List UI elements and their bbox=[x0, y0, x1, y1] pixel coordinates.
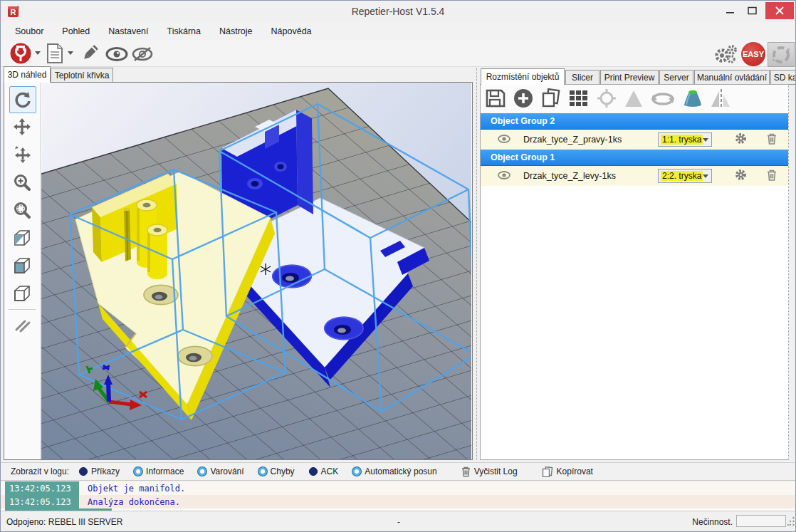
log-row: 13:42:05.123 Objekt je manifold. bbox=[1, 481, 795, 495]
object-toolbar bbox=[481, 85, 788, 113]
log-timestamp: 13:42:05.123 bbox=[5, 495, 79, 508]
zoom-fit-button[interactable] bbox=[9, 197, 35, 223]
toggle-commands[interactable]: Příkazy bbox=[79, 466, 120, 476]
load-dropdown-arrow-icon[interactable] bbox=[68, 51, 73, 55]
resize-grip[interactable] bbox=[787, 516, 795, 531]
clear-log-button[interactable]: Vyčistit Log bbox=[461, 466, 518, 477]
drop-object-button[interactable] bbox=[682, 88, 703, 111]
app-window: R Repetier-Host V1.5.4 Soubor Pohled Nas… bbox=[0, 0, 796, 532]
front-view-button[interactable] bbox=[9, 253, 35, 278]
log-filter-label: Zobrazit v logu: bbox=[11, 466, 69, 476]
group-header[interactable]: Object Group 2 bbox=[481, 113, 788, 130]
extruder-select[interactable]: 1:1. tryska bbox=[658, 132, 712, 147]
object-settings-button[interactable] bbox=[735, 169, 747, 183]
radio-icon bbox=[79, 467, 88, 476]
tab-print-preview[interactable]: Print Preview bbox=[600, 70, 659, 85]
progress-bar bbox=[736, 515, 786, 527]
main-toolbar: EASY bbox=[1, 41, 795, 67]
edit-button[interactable] bbox=[79, 43, 100, 66]
printer-state: Nečinnost. bbox=[620, 517, 733, 527]
radio-icon bbox=[134, 467, 142, 476]
status-bar: Odpojeno: REBEL III SERVER - Nečinnost. bbox=[1, 511, 795, 532]
show-filament-button[interactable] bbox=[105, 46, 129, 64]
menu-nastaveni[interactable]: Nastavení bbox=[108, 26, 148, 36]
save-object-button[interactable] bbox=[485, 88, 506, 111]
maximize-button[interactable] bbox=[743, 4, 761, 18]
radio-icon bbox=[258, 467, 267, 476]
3d-scene bbox=[41, 83, 471, 459]
title-bar: R Repetier-Host V1.5.4 bbox=[1, 1, 795, 22]
move-object-button[interactable] bbox=[9, 142, 35, 167]
tab-temperature-curve[interactable]: Teplotní křivka bbox=[51, 68, 113, 83]
chevron-down-icon bbox=[703, 174, 708, 178]
isometric-view-button[interactable] bbox=[9, 225, 35, 251]
tab-3d-view[interactable]: 3D náhled bbox=[4, 66, 51, 83]
add-object-button[interactable] bbox=[513, 88, 534, 111]
object-name: Drzak_tyce_Z_pravy-1ks bbox=[523, 135, 658, 145]
toolbar-separator bbox=[9, 309, 36, 310]
object-settings-button[interactable] bbox=[735, 132, 747, 147]
copy-object-button[interactable] bbox=[540, 88, 562, 111]
3d-canvas[interactable] bbox=[41, 83, 471, 459]
minimize-button[interactable] bbox=[721, 4, 740, 18]
menu-pohled[interactable]: Pohled bbox=[62, 26, 90, 36]
scale-object-button[interactable] bbox=[624, 88, 644, 111]
hide-travel-button[interactable] bbox=[130, 46, 155, 64]
rotate-object-button[interactable] bbox=[650, 88, 676, 111]
tab-slicer[interactable]: Slicer bbox=[565, 70, 599, 85]
copy-log-button[interactable]: Kopírovat bbox=[542, 466, 593, 477]
menu-soubor[interactable]: Soubor bbox=[15, 26, 43, 36]
emergency-stop-button[interactable] bbox=[768, 42, 795, 67]
toggle-ack[interactable]: ACK bbox=[309, 466, 339, 476]
connect-dropdown-arrow-icon[interactable] bbox=[35, 51, 41, 55]
log-list[interactable]: 13:42:05.123 Objekt je manifold. 13:42:0… bbox=[1, 481, 795, 511]
visibility-eye-icon[interactable] bbox=[498, 171, 510, 182]
tab-manual-control[interactable]: Manuální ovládání bbox=[694, 70, 770, 85]
connect-button[interactable] bbox=[9, 42, 33, 67]
delete-object-button[interactable] bbox=[767, 169, 777, 183]
easy-mode-button[interactable]: EASY bbox=[741, 42, 765, 66]
object-row[interactable]: Drzak_tyce_Z_pravy-1ks 1:1. tryska bbox=[481, 130, 788, 150]
autoposition-button[interactable] bbox=[568, 88, 590, 111]
top-view-button[interactable] bbox=[9, 281, 35, 306]
zoom-in-button[interactable] bbox=[9, 169, 35, 195]
toggle-warnings[interactable]: Varování bbox=[198, 466, 243, 476]
radio-icon bbox=[309, 467, 318, 476]
menu-napoveda[interactable]: Nápověda bbox=[271, 26, 312, 36]
tab-server[interactable]: Server bbox=[659, 70, 693, 85]
easy-mode-label: EASY bbox=[743, 50, 764, 58]
rotate-view-button[interactable] bbox=[9, 86, 36, 113]
menu-bar: Soubor Pohled Nastavení Tiskárna Nástroj… bbox=[1, 22, 795, 41]
close-button[interactable] bbox=[765, 2, 794, 19]
toggle-autoscroll[interactable]: Automatický posun bbox=[352, 466, 436, 476]
tab-object-placement[interactable]: Rozmístění objektů bbox=[481, 68, 565, 85]
tab-sd-card[interactable]: SD karta bbox=[770, 70, 796, 85]
object-name: Drzak_tyce_Z_levy-1ks bbox=[523, 171, 658, 181]
log-message: Analýza dokončena. bbox=[79, 497, 180, 507]
mirror-object-button[interactable] bbox=[710, 88, 733, 111]
log-message: Objekt je manifold. bbox=[79, 484, 185, 494]
log-toolbar: Zobrazit v logu: Příkazy Informace Varov… bbox=[1, 462, 795, 481]
view-toolbar bbox=[4, 83, 41, 459]
chevron-down-icon bbox=[703, 138, 708, 142]
printer-settings-button[interactable] bbox=[713, 43, 740, 67]
load-button[interactable] bbox=[45, 43, 65, 66]
menu-nastroje[interactable]: Nástroje bbox=[219, 26, 253, 36]
group-header[interactable]: Object Group 1 bbox=[481, 150, 788, 166]
toggle-info[interactable]: Informace bbox=[134, 466, 184, 476]
move-view-button[interactable] bbox=[9, 114, 35, 140]
delete-object-button[interactable] bbox=[767, 133, 777, 147]
extruder-select[interactable]: 2:2. tryska bbox=[658, 169, 712, 183]
center-object-button[interactable] bbox=[596, 88, 617, 111]
log-timestamp: 13:42:05.123 bbox=[5, 481, 79, 495]
object-row[interactable]: Drzak_tyce_Z_levy-1ks 2:2. tryska bbox=[481, 166, 788, 186]
radio-icon bbox=[198, 467, 206, 476]
radio-icon bbox=[352, 467, 361, 476]
parallel-projection-button[interactable] bbox=[9, 313, 35, 338]
trash-icon bbox=[461, 466, 471, 477]
visibility-eye-icon[interactable] bbox=[498, 135, 510, 145]
menu-tiskarna[interactable]: Tiskárna bbox=[167, 26, 201, 36]
window-title: Repetier-Host V1.5.4 bbox=[1, 6, 795, 17]
toggle-errors[interactable]: Chyby bbox=[258, 466, 295, 476]
copy-icon bbox=[542, 466, 553, 477]
